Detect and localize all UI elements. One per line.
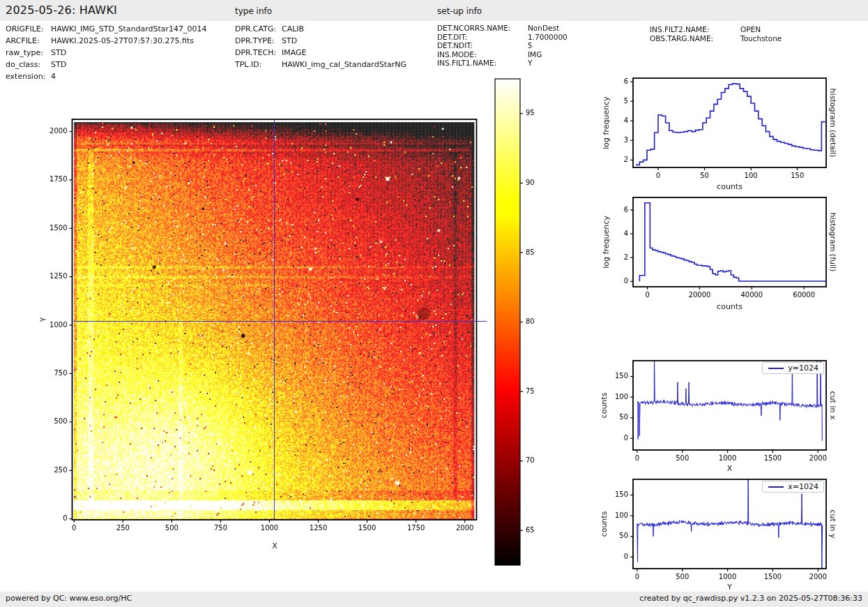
cut-in-y-xlabel: Y: [633, 583, 826, 592]
info-label: DET.NCORRS.NAME:: [437, 24, 528, 33]
cut-in-x-ylabel: counts: [600, 393, 609, 419]
info-value: HAWKI_img_cal_StandardStarNG: [282, 60, 406, 69]
hist-detail-side-label: histogram (detail): [828, 89, 837, 158]
info-label: INS.FILT2.NAME:: [650, 25, 740, 34]
cut-in-x-plot: [633, 361, 826, 450]
info-label: DET.NDIT:: [437, 41, 528, 50]
info-label: DPR.TECH:: [235, 47, 282, 59]
info-value: STD: [282, 36, 297, 45]
footer-created-by: created by qc_rawdisp.py v1.2.3 on 2025-…: [639, 594, 862, 603]
info-label: DET.DIT:: [437, 33, 528, 42]
info-row: INS.FILT2.NAME:OPEN: [650, 25, 782, 34]
info-row: DPR.TECH:IMAGE: [235, 47, 406, 59]
info-label: do_class:: [6, 59, 51, 70]
info-value: OPEN: [740, 25, 761, 33]
info-value: NonDest: [528, 24, 559, 32]
info-row: INS.FILT1.NAME:Y: [437, 59, 568, 68]
info-row: DET.DIT:1.7000000: [437, 33, 568, 42]
info-value: STD: [51, 48, 66, 57]
info-label: INS.FILT1.NAME:: [437, 59, 528, 68]
info-value: 4: [51, 72, 56, 81]
cut-in-x-xlabel: X: [633, 464, 826, 473]
info-label: raw_type:: [6, 47, 51, 59]
type-info-section-label: type info: [235, 6, 272, 16]
qc-report-page: 2025-05-26: HAWKI type info set-up info …: [0, 0, 868, 607]
info-value: STD: [51, 60, 66, 69]
info-row: raw_type:STD: [6, 47, 207, 59]
histogram-full-plot: [633, 197, 826, 287]
footer-bar: powered by QC: www.eso.org/HC created by…: [0, 592, 868, 607]
info-value: CALIB: [282, 24, 304, 33]
info-row: do_class:STD: [6, 59, 207, 70]
file-info-block: ORIGFILE:HAWKI_IMG_STD_StandardStar147_0…: [6, 23, 207, 82]
hist-full-xlabel: counts: [633, 302, 826, 311]
cut-in-y-side-label: cut in y: [828, 510, 837, 539]
hist-full-side-label: histogram (full): [828, 213, 837, 272]
hist-detail-xlabel: counts: [633, 182, 826, 191]
info-row: OBS.TARG.NAME:Touchstone: [650, 34, 782, 43]
info-row: DET.NDIT:5: [437, 41, 568, 50]
info-row: ARCFILE:HAWKI.2025-05-27T07:57:30.275.fi…: [6, 35, 207, 47]
info-row: INS.MODE:IMG: [437, 50, 568, 59]
info-value: 5: [528, 41, 533, 50]
info-value: Y: [528, 59, 532, 67]
histogram-detail-plot: [633, 78, 826, 167]
info-label: OBS.TARG.NAME:: [650, 34, 740, 43]
info-row: DET.NCORRS.NAME:NonDest: [437, 24, 568, 33]
colorbar: [495, 79, 520, 565]
info-value: HAWKI.2025-05-27T07:57:30.275.fits: [51, 36, 194, 45]
hist-detail-ylabel: log frequency: [602, 96, 611, 149]
info-label: DPR.CATG:: [235, 23, 282, 35]
info-row: TPL.ID:HAWKI_img_cal_StandardStarNG: [235, 59, 406, 70]
info-value: Touchstone: [740, 34, 782, 43]
info-value: IMAGE: [282, 48, 307, 57]
info-label: DPR.TYPE:: [235, 35, 282, 47]
info-row: DPR.CATG:CALIB: [235, 23, 406, 35]
info-row: DPR.TYPE:STD: [235, 35, 406, 47]
info-label: ARCFILE:: [6, 35, 51, 47]
type-info-block: DPR.CATG:CALIBDPR.TYPE:STDDPR.TECH:IMAGE…: [235, 23, 406, 70]
main-ylabel: Y: [39, 317, 48, 322]
info-label: TPL.ID:: [235, 59, 282, 70]
main-xlabel: X: [73, 541, 477, 550]
cut-in-y-plot: [633, 479, 826, 569]
info-value: HAWKI_IMG_STD_StandardStar147_0014: [51, 24, 207, 33]
header-bar: 2025-05-26: HAWKI type info set-up info: [0, 0, 868, 21]
footer-powered-by: powered by QC: www.eso.org/HC: [6, 594, 132, 603]
info-value: 1.7000000: [528, 33, 568, 41]
page-title: 2025-05-26: HAWKI: [6, 3, 117, 17]
info-value: IMG: [528, 50, 542, 59]
info-label: extension:: [6, 70, 51, 82]
info-label: INS.MODE:: [437, 50, 528, 59]
info-row: extension:4: [6, 70, 207, 82]
hist-full-ylabel: log frequency: [602, 216, 611, 268]
setup-info-block-1: DET.NCORRS.NAME:NonDestDET.DIT:1.7000000…: [437, 24, 568, 68]
info-label: ORIGFILE:: [6, 23, 51, 35]
info-row: ORIGFILE:HAWKI_IMG_STD_StandardStar147_0…: [6, 23, 207, 35]
detector-image: [73, 119, 477, 520]
setup-info-block-2: INS.FILT2.NAME:OPENOBS.TARG.NAME:Touchst…: [650, 25, 782, 43]
setup-info-section-label: set-up info: [437, 6, 482, 16]
cut-in-x-side-label: cut in x: [828, 391, 837, 420]
cut-in-y-ylabel: counts: [600, 511, 609, 537]
